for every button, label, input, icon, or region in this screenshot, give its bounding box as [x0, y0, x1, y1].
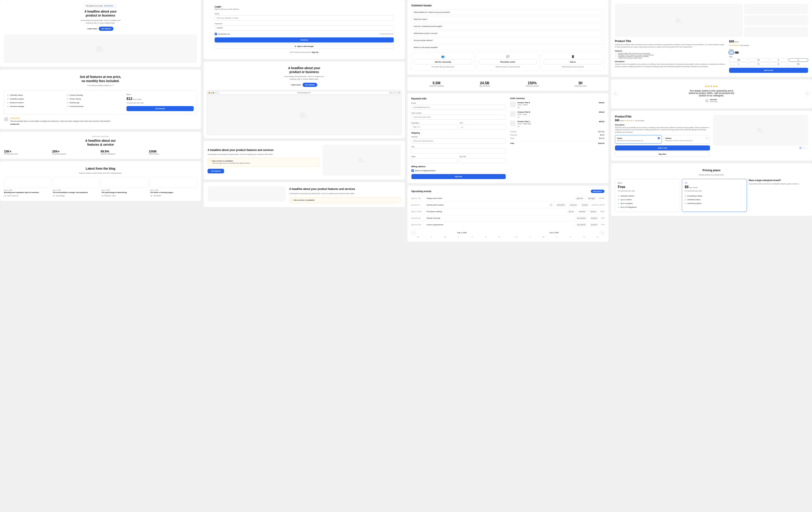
get-started-button[interactable]: Get Started — [302, 83, 317, 87]
add-to-cart-button[interactable]: Add to cart — [729, 68, 808, 73]
color-swatch[interactable] — [734, 51, 739, 54]
faq-item[interactable]: How can I download products again?⌄ — [411, 23, 604, 29]
color-swatch[interactable] — [729, 51, 733, 54]
login-title: Login — [214, 5, 394, 8]
size-button[interactable]: XL — [749, 62, 768, 65]
size-button[interactable]: XXS — [729, 58, 749, 62]
avatar — [102, 195, 104, 197]
help-card[interactable]: 💬 Resolution center Resolve common or ac… — [476, 53, 539, 71]
radio-icon — [706, 137, 708, 139]
password-input[interactable] — [214, 25, 394, 30]
address-input[interactable] — [411, 138, 506, 143]
tabs-icon[interactable]: ⊞ — [398, 92, 400, 94]
faq-item[interactable]: What can I learn?⌄ — [411, 16, 604, 22]
forward-icon[interactable]: › — [217, 92, 218, 94]
plus-icon[interactable]: + — [396, 92, 397, 94]
blog-post[interactable]: Sep 8, 2099 The future of landing pages … — [150, 177, 197, 197]
star-icon: ★★★★★ — [625, 119, 634, 122]
faq-item[interactable]: What license should I choose?⌄ — [411, 30, 604, 36]
plan-cta-button[interactable]: Get Started — [126, 106, 194, 111]
back-icon[interactable]: ‹ — [215, 92, 216, 94]
calendar-grid[interactable]: MTWTFSS — [411, 236, 506, 238]
google-signin-button[interactable]: GSign in with Google — [214, 44, 394, 49]
event-row[interactable]: Sep 28, SatRoman's first day@romalenks@c… — [411, 215, 604, 221]
google-icon: G — [295, 45, 296, 47]
product-thumb[interactable] — [744, 16, 808, 26]
product2-image[interactable] — [713, 115, 808, 146]
learn-more-button[interactable]: Learn more — [291, 83, 301, 87]
remember-checkbox[interactable]: Remember me — [214, 33, 230, 35]
blog-post[interactable]: Sep 8, 2099 The accessibility in design:… — [53, 177, 100, 197]
size-button[interactable]: L — [729, 62, 749, 65]
expiration-input[interactable] — [411, 125, 458, 130]
size-button[interactable]: S — [769, 58, 788, 62]
feature-list-left: Unlimited editors Unlimited projects Adv… — [7, 93, 63, 111]
enterprise-link[interactable]: For enterprise plans contact us ↗ — [88, 84, 114, 86]
help-card[interactable]: 📱 Call us We'll answer as soon as we can — [541, 53, 604, 71]
plan-basic[interactable]: Basic Free For personal use only. Unlimi… — [615, 179, 680, 212]
continue-button[interactable]: Continue — [214, 37, 394, 43]
prev-button[interactable]: ‹ — [613, 91, 618, 96]
help-card[interactable]: 👥 Ask the community Find others with you… — [411, 53, 474, 71]
login-card: Login Sign in with your email address Em… — [204, 0, 405, 59]
add-to-cart-button[interactable]: Add to cart — [615, 145, 710, 151]
size-button[interactable]: 3XL — [789, 62, 808, 65]
event-row[interactable]: Sep 20, FriMonthly DAO revision+2@todori… — [411, 202, 604, 208]
same-address-checkbox[interactable]: Same as shipping address — [411, 169, 506, 172]
variant-option[interactable]: Classic Placeholder for metal variant de… — [615, 135, 662, 144]
pricing-title: Get all features at one price,no monthly… — [4, 75, 197, 83]
hero-pill[interactable]: The power to do more Read More → — [84, 4, 117, 8]
order-item: Product Title AColor : Whitex1$30.00 — [510, 102, 604, 109]
next-button[interactable]: › — [805, 91, 810, 96]
metrics-card: 5.5MCustomers worldwide 24.5BApp downloa… — [407, 77, 608, 91]
community-icon: 👥 — [414, 55, 472, 58]
card-input[interactable] — [411, 115, 506, 120]
refresh-icon[interactable]: ⟳ — [390, 92, 392, 94]
signup-link[interactable]: Sign Up — [312, 51, 318, 53]
event-row[interactable]: Sep 12, TueDesign issue #3124@johndin@xi… — [411, 195, 604, 202]
order-item: Product Title CColor : Night Bluex1$99.0… — [510, 120, 604, 128]
share-icon[interactable]: ⇪ — [393, 92, 395, 94]
forgot-password-link[interactable]: Forgot password? — [379, 32, 394, 35]
blog-post[interactable]: Sep 8, 2099 The psychology of advertisin… — [102, 177, 148, 197]
size-button[interactable]: M — [789, 58, 808, 62]
prev-month-button[interactable]: ‹ — [411, 231, 416, 235]
browser-mock: ‹ › framesxdesign.com ⟳ ⇪ + ⊞ — [207, 90, 402, 135]
get-started-button[interactable]: Get Started — [208, 169, 224, 173]
traffic-lights — [209, 92, 214, 93]
faq-item[interactable]: Do you provide refunds?⌄ — [411, 37, 604, 43]
calendar-grid[interactable]: MTWTFSS — [510, 236, 604, 238]
plan-pro[interactable]: Pro $8 /per month For personal use only.… — [682, 179, 747, 212]
chevron-down-icon: ⌄ — [601, 25, 602, 27]
product-thumb[interactable] — [744, 27, 808, 37]
email-input[interactable] — [214, 16, 394, 21]
learn-more-button[interactable]: Learn more — [88, 27, 97, 31]
buy-now-button[interactable]: Buy Now — [615, 152, 710, 157]
email-input[interactable] — [411, 105, 506, 110]
size-button[interactable]: 2L — [769, 62, 788, 65]
size-button[interactable]: XS — [749, 58, 768, 62]
cvc-input[interactable] — [459, 125, 506, 130]
faq-item[interactable]: What is a rule-based classifier?⌄ — [411, 45, 604, 50]
events-card: Upcoming events New Event + Sep 12, TueD… — [407, 186, 608, 242]
product-thumb[interactable] — [744, 4, 808, 14]
variant-option[interactable]: Titanium Placeholder for titanium varian… — [663, 135, 710, 144]
chevron-down-icon: ⌄ — [601, 32, 602, 34]
get-started-button[interactable]: Get Started — [99, 27, 113, 31]
faq-item[interactable]: What software do I need to use your prod… — [411, 9, 604, 15]
event-row[interactable]: Sep 30, MonDoctor's Appointment@romalenk… — [411, 221, 604, 228]
city-input[interactable] — [411, 148, 506, 153]
state-input[interactable] — [411, 158, 458, 163]
image-pagination[interactable]: 1› — [713, 147, 808, 149]
next-month-button[interactable]: › — [600, 231, 604, 235]
zip-input[interactable] — [459, 158, 506, 163]
product-image-main[interactable] — [615, 4, 743, 37]
url-bar[interactable]: framesxdesign.com — [219, 91, 389, 94]
pay-button[interactable]: Pay now — [411, 174, 506, 179]
new-event-button[interactable]: New Event + — [591, 190, 604, 193]
feature3-title: A headline about your product features a… — [289, 187, 401, 191]
hero-card: The power to do more Read More → A headl… — [0, 0, 201, 67]
blog-post[interactable]: Sep 8, 2099 Branding and reputation tips… — [4, 177, 51, 197]
faq-card: Common Issues What software do I need to… — [407, 0, 608, 75]
event-row[interactable]: Sep 25, WedPre-launch meeting@todor@clai… — [411, 208, 604, 215]
